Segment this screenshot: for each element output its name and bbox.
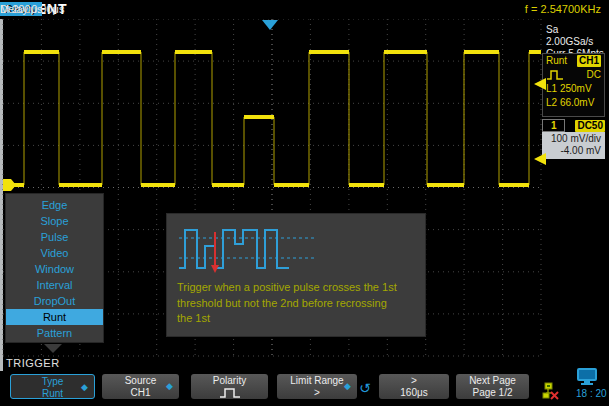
lan-status-icon: [542, 382, 561, 400]
clock-readout: 18 : 20: [576, 388, 607, 399]
adjust-diamond-icon: ◆: [166, 382, 173, 391]
trigger-level2-marker[interactable]: [534, 153, 546, 165]
trigger-menu-item[interactable]: Edge: [6, 197, 103, 213]
trigger-menu-item[interactable]: DropOut: [6, 293, 103, 309]
knob-adjust-icon: ↺: [359, 380, 371, 396]
trigger-level2-readout: L2 66.0mV: [546, 96, 594, 110]
polarity-softkey[interactable]: Polarity: [191, 374, 268, 399]
channel1-offset-readout: -4.00 mV: [542, 145, 601, 157]
polarity-softkey-label: Polarity: [191, 375, 268, 387]
trigger-menu-item[interactable]: Pulse: [6, 229, 103, 245]
trigger-type-readout: Runt: [546, 54, 567, 68]
softkey-bar: Type Runt ◆ Source CH1 ◆ Polarity Limit …: [0, 371, 609, 401]
trigger-coupling-readout: DC: [587, 68, 601, 82]
trigger-info-panel: Runt CH1 DC L1 250mV L2 66.0mV: [542, 53, 605, 117]
source-softkey[interactable]: Source CH1 ◆: [102, 374, 179, 399]
runt-pulse-icon: [546, 69, 564, 81]
tooltip-line: Trigger when a positive pulse crosses th…: [177, 280, 421, 296]
trigger-position-marker[interactable]: [262, 20, 278, 30]
adjust-diamond-icon: ◆: [81, 383, 88, 392]
runt-help-tooltip: Trigger when a positive pulse crosses th…: [166, 213, 426, 337]
channel1-info-panel[interactable]: 1 DC50 100 mV/div -4.00 mV: [542, 119, 605, 159]
waveform-trace: [3, 52, 541, 185]
trigger-level1-marker[interactable]: [534, 78, 546, 90]
tooltip-line: the 1st: [177, 311, 421, 327]
menu-group-label: TRIGGER: [6, 357, 60, 369]
trigger-menu-item[interactable]: Window: [6, 261, 103, 277]
right-info-panel: Sa 2.00GSa/s Curr 5.6Mpts Runt CH1 DC L1…: [541, 19, 606, 356]
trigger-menu-item[interactable]: Runt: [6, 309, 103, 325]
channel1-position-marker[interactable]: [3, 179, 16, 191]
menu-pointer-arrow: [44, 344, 62, 353]
channel1-tab[interactable]: 1: [542, 119, 565, 132]
trigger-source-badge: CH1: [577, 55, 601, 67]
frequency-counter-readout: f = 2.54700KHz: [525, 3, 601, 15]
limit-value-softkey-value: 160μs: [379, 387, 449, 399]
limit-value-softkey[interactable]: > 160μs: [379, 374, 449, 399]
type-softkey[interactable]: Type Runt ◆: [10, 374, 95, 399]
next-page-softkey-label: Next Page: [456, 375, 529, 387]
trigger-menu-item[interactable]: Slope: [6, 213, 103, 229]
next-page-softkey-value: Page 1/2: [456, 387, 529, 399]
channel1-coupling-badge: DC50: [575, 120, 605, 132]
positive-pulse-icon: [218, 387, 242, 399]
limit-value-softkey-label: >: [379, 375, 449, 387]
status-bar: SIGLENT Ready M 200μs Delay:0.00μs f = 2…: [0, 0, 609, 19]
trigger-menu-item[interactable]: Video: [6, 245, 103, 261]
delay-readout: Delay:0.00μs: [0, 3, 64, 15]
sample-rate-readout: Sa 2.00GSa/s: [546, 24, 606, 48]
monitor-icon: [575, 367, 599, 385]
next-page-softkey[interactable]: Next Page Page 1/2: [456, 374, 529, 399]
trigger-type-menu: Edge Slope Pulse Video Window Interval D…: [5, 193, 104, 343]
tooltip-line: threshold but not the 2nd before recross…: [177, 296, 421, 312]
channel1-scale-readout: 100 mV/div: [542, 133, 601, 145]
trigger-menu-item[interactable]: Interval: [6, 277, 103, 293]
adjust-diamond-icon: ◆: [344, 382, 351, 391]
trigger-level1-readout: L1 250mV: [546, 82, 592, 96]
runt-diagram-icon: [177, 224, 327, 276]
limit-range-softkey[interactable]: Limit Range > ◆: [277, 374, 357, 399]
trigger-menu-item[interactable]: Pattern: [6, 325, 103, 341]
